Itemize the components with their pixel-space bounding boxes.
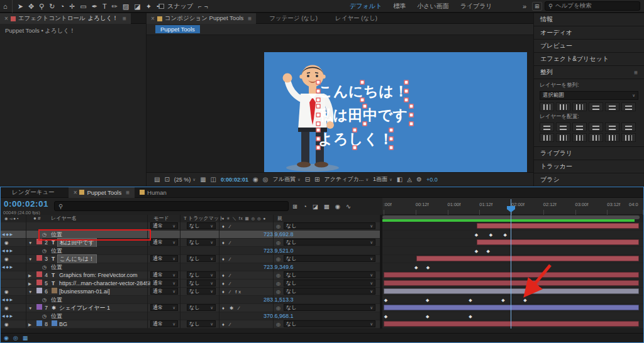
timeline-tab-0[interactable]: レンダーキュー [7,187,60,198]
stopwatch-icon[interactable]: ◷ [42,263,47,271]
comp-panel-tab-1[interactable]: フッテージ (なし) [265,13,322,24]
layer-row[interactable]: ◉▶8BG通常∨なし∨♦ ⁄◎なし∨ [1,320,380,329]
column-divider[interactable] [273,215,274,329]
hand-tool-icon[interactable]: ✥ [28,0,34,13]
toggle-transfer-pane-icon[interactable]: ▦ [23,335,28,341]
selection-handle[interactable] [409,104,414,109]
composition-viewport[interactable]: こんにちは！私は田中ですよろしく！ [147,35,533,172]
motion-blur-icon[interactable]: ◉ [335,203,340,210]
grid-options-icon[interactable]: ▦ [200,176,206,183]
live-update-icon[interactable]: ◔ [303,203,307,210]
mode-select[interactable]: 通常∨ [150,271,178,278]
timeline-tab-2[interactable]: Human [135,187,172,198]
keyframe-navigator[interactable]: ◀ ◆ ▶ [2,263,13,271]
label-color-swatch[interactable] [36,255,42,261]
selection-handle[interactable] [404,89,409,94]
parent-pickwhip-icon[interactable]: ◎ [276,320,280,329]
twirl-arrow-icon[interactable]: ▶ [28,280,31,288]
frame-blending-icon[interactable]: ▦ [324,203,330,210]
keyframe-icon[interactable]: ◆ [426,312,429,320]
trackmatte-select[interactable]: なし∨ [187,255,216,262]
mode-select[interactable]: 通常∨ [150,280,178,286]
parent-pickwhip-icon[interactable]: ◎ [276,255,280,263]
resolution-select[interactable]: フル画質∨ [273,175,301,183]
twirl-arrow-icon[interactable]: ▼ [28,288,32,296]
label-color-swatch[interactable] [36,320,42,326]
mode-header[interactable]: モード [153,215,169,222]
selection-handle[interactable] [316,80,321,85]
view-layout-select[interactable]: 1画面∨ [373,175,392,183]
mode-select[interactable]: 通常∨ [150,222,178,229]
keyframe-icon[interactable]: ◆ [504,231,507,239]
panel-menu-icon[interactable]: ≡ [126,189,130,196]
align-bottom-icon[interactable] [621,102,636,111]
current-time-display[interactable]: 0:00:02:01 [4,199,48,209]
visibility-eye-icon[interactable]: ◉ [4,304,9,312]
distribute-v-center-icon[interactable] [556,122,570,131]
workspace-overflow-icon[interactable]: » [523,0,526,13]
selection-handle[interactable] [389,146,394,150]
zoom-tool-icon[interactable]: ⚲ [39,0,44,13]
home-tool-icon[interactable]: ⌂ [3,0,13,13]
align-mode-select[interactable]: 選択範囲∨ [540,91,638,100]
layer-switches[interactable]: ♦ ⁄ [222,222,232,231]
graph-editor-icon[interactable]: ∿ [346,203,351,210]
parent-select[interactable]: なし∨ [284,239,375,246]
twirl-arrow-icon[interactable]: ▶ [28,271,31,280]
comp-panel-tab-0[interactable]: ×コンポジション Puppet Tools≡ [147,13,256,24]
trackmatte-select[interactable]: なし∨ [187,222,216,229]
timeline-lane-row[interactable]: ◆◆ [382,247,644,255]
mask-visibility-icon[interactable]: ◫ [211,176,216,183]
trackmatte-select[interactable]: なし∨ [187,320,216,327]
keyframe-navigator[interactable]: ◀ ◆ ▶ [2,247,13,255]
visibility-eye-icon[interactable]: ◉ [4,288,9,296]
close-icon[interactable]: × [151,15,155,22]
selection-handle[interactable] [316,113,321,117]
snap-option-1-icon[interactable]: ⌐ [198,3,202,10]
selection-handle[interactable] [316,137,321,141]
layer-switches[interactable]: ♦ ⁄ [222,239,232,247]
label-color-swatch[interactable] [36,280,42,285]
distribute-v-spacing-icon[interactable] [556,133,570,142]
snap-checkbox[interactable] [159,4,164,9]
keyframe-icon[interactable]: ◆ [414,263,418,271]
composition-canvas[interactable]: こんにちは！私は田中ですよろしく！ [264,52,527,182]
layer-name[interactable]: シェイプレイヤー 1 [59,304,110,312]
trackmatte-select[interactable]: なし∨ [187,304,216,311]
sidebar-panel-tracker[interactable]: トラッカー [534,160,644,173]
align-right-icon[interactable] [572,102,587,111]
panel-menu-icon[interactable]: ≡ [123,15,126,22]
trackmatte-select[interactable]: なし∨ [187,239,216,246]
selection-handle[interactable] [353,128,357,133]
snap-option-2-icon[interactable]: ¬ [204,3,208,10]
keyframe-navigator[interactable]: ◀ ◆ ▶ [2,231,13,239]
camera-orbit-tool-icon[interactable]: ◔ [60,0,64,13]
layer-switches[interactable]: ♦ ⁄ [222,280,232,288]
flyout-menu-icon[interactable]: ▤ [154,176,160,183]
shape-tool-icon[interactable]: ▭ [80,0,86,13]
layer-switches[interactable]: ♦ ⁄ [222,271,232,280]
mode-select[interactable]: 通常∨ [150,239,178,246]
selected-text-layer[interactable]: 私は田中です [318,106,411,124]
keyframe-icon[interactable]: ◆ [469,312,472,320]
selection-handle[interactable] [389,128,394,133]
column-divider[interactable] [180,215,180,329]
property-name[interactable]: 位置 [51,263,62,271]
distribute-left-icon[interactable] [589,122,603,131]
align-left-icon[interactable] [540,102,554,111]
pixel-aspect-icon[interactable]: ◧ [397,176,402,183]
selection-handle[interactable] [409,122,414,126]
comp-panel-tab-2[interactable]: レイヤー (なし) [331,13,382,24]
timeline-lane-row[interactable] [382,320,644,329]
timeline-lane-row[interactable] [382,239,644,247]
keyframe-navigator[interactable]: ◀ ◆ ▶ [2,312,13,320]
match-height-icon[interactable] [589,133,603,142]
mode-select[interactable]: 通常∨ [150,304,178,311]
mode-select[interactable]: 通常∨ [150,288,178,295]
selection-handle[interactable] [316,122,321,126]
keyframe-navigator[interactable]: ◀ ◆ ▶ [2,296,13,304]
layer-name[interactable]: https://...man-character-vector-28458 [59,280,152,288]
parent-pickwhip-icon[interactable]: ◎ [276,239,280,247]
type-tool-icon[interactable]: T [103,0,107,13]
mode-select[interactable]: 通常∨ [150,255,178,262]
